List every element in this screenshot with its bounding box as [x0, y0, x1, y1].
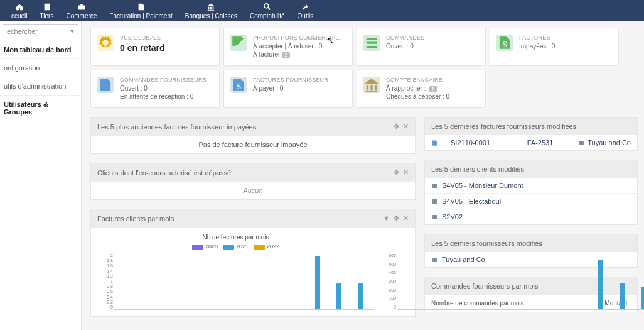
move-icon[interactable]: ✥ [394, 214, 399, 223]
dashboard-card[interactable]: PROPOSITIONS COMMERCIAL...À accepter | À… [223, 28, 353, 66]
dashboard-cards: VUE GLOBALE0 en retardPROPOSITIONS COMME… [90, 28, 638, 108]
panel-last-supplier-invoices: Les 5 dernières factures fournisseurs mo… [424, 117, 638, 151]
sidebar-item[interactable]: Utilisateurs & Groupes [0, 96, 81, 121]
panel-body: Pas de facture fournisseur impayée [91, 136, 415, 153]
search-placeholder: echercher [7, 28, 38, 35]
dollar-file-icon: $ [230, 77, 247, 93]
panel-title: Les 5 plus anciennes factures fournisseu… [97, 123, 256, 131]
dashboard-card[interactable]: COMPTE BANCAIREÀ rapprocher : 5Chèques à… [357, 70, 486, 108]
panel-title: Les 5 derniers fournisseurs modifiés [431, 239, 542, 247]
nav-facturationpaiement[interactable]: Facturation | Paiement [103, 0, 178, 21]
dollar-file-icon: $ [496, 35, 513, 51]
nav-ccueil[interactable]: ccueil [5, 0, 34, 21]
sidebar: echercher ▾ Mon tableau de bordonfigurat… [0, 21, 82, 330]
main-content: VUE GLOBALE0 en retardPROPOSITIONS COMME… [82, 21, 644, 330]
filter-icon[interactable]: ▼ [383, 214, 390, 223]
panel-body: Aucun [91, 182, 415, 199]
sidebar-item[interactable]: Mon tableau de bord [0, 41, 81, 59]
file-icon [97, 77, 114, 93]
top-navigation: ccueilTiersCommerceFacturation | Paiemen… [0, 0, 644, 21]
search-input[interactable]: echercher ▾ [3, 24, 78, 38]
supplier-inv-rows: SI2110-0001FA-2531Tuyau and Co [425, 135, 637, 150]
sidebar-item[interactable]: onfiguration [0, 59, 81, 77]
panel-title: Clients dont l'en-cours autorisé est dép… [97, 169, 231, 177]
move-icon[interactable]: ✥ [394, 123, 399, 131]
sidebar-item[interactable]: utils d'administration [0, 77, 81, 96]
close-icon[interactable]: ✕ [403, 123, 409, 131]
nav-comptabilit[interactable]: Comptabilité [244, 0, 291, 21]
nav-tiers[interactable]: Tiers [34, 0, 60, 21]
svg-text:$: $ [236, 82, 241, 91]
dashboard-card[interactable]: VUE GLOBALE0 en retard [90, 28, 220, 66]
charts-container: Nb de factures par mois20202021202221.81… [91, 228, 415, 316]
dashboard-card[interactable]: COMMANDES FOURNISSEURSOuvert : 0En atten… [90, 70, 220, 108]
list-item[interactable]: S4V05 - Electaboul [425, 193, 637, 209]
panel-invoices-month: Factures clients par mois ▼ ✥ ✕ Nb de fa… [90, 209, 416, 317]
nav-banquescaisses[interactable]: Banques | Caisses [179, 0, 244, 21]
svg-point-0 [264, 3, 269, 8]
chevron-down-icon: ▾ [70, 27, 74, 35]
panel-title: Les 5 derniers clients modifiés [431, 165, 524, 173]
pencil-square-icon [230, 35, 247, 51]
move-icon[interactable]: ✥ [394, 168, 399, 177]
panel-clients-over: Clients dont l'en-cours autorisé est dép… [90, 163, 416, 200]
nav-commerce[interactable]: Commerce [60, 0, 103, 21]
chart: Nb de factures par mois20202021202221.81… [97, 234, 374, 310]
list-item[interactable]: SI2110-0001FA-2531Tuyau and Co [425, 135, 637, 150]
close-icon[interactable]: ✕ [403, 214, 409, 223]
bank-icon [363, 77, 380, 93]
list-item[interactable]: S2V02 [425, 209, 637, 224]
sidebar-items: Mon tableau de bordonfigurationutils d'a… [0, 41, 81, 121]
panel-title: Les 5 dernières factures fournisseurs mo… [431, 123, 576, 130]
nav-outils[interactable]: Outils [291, 0, 320, 21]
dashboard-card[interactable]: $FACTURESImpayées : 0 [490, 28, 619, 66]
panel-oldest-unpaid: Les 5 plus anciennes factures fournisseu… [90, 117, 416, 154]
close-icon[interactable]: ✕ [403, 168, 409, 177]
list-icon [363, 35, 380, 51]
gear-icon [97, 35, 114, 51]
last-clients-rows: S4V05 - Monsieur DumontS4V05 - Electabou… [425, 178, 637, 224]
dashboard-card[interactable]: COMMANDESOuvert : 0 [357, 28, 486, 66]
dashboard-card[interactable]: $FACTURES FOURNISSEURÀ payer : 0 [223, 70, 353, 108]
list-item[interactable]: S4V05 - Monsieur Dumont [425, 178, 637, 193]
panel-last-clients: Les 5 derniers clients modifiés S4V05 - … [424, 160, 638, 225]
panel-title: Factures clients par mois [97, 215, 174, 223]
svg-text:$: $ [502, 40, 507, 49]
